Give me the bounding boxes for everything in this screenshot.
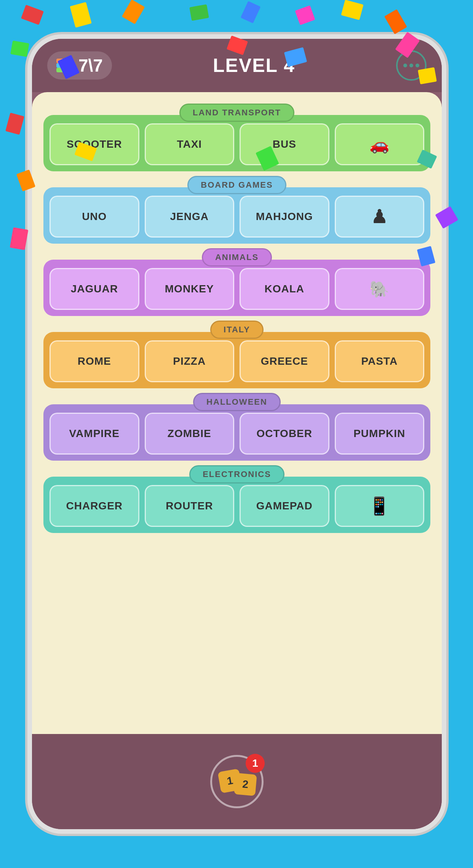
category-board-games: BOARD GAMES UNO JENGA MAHJONG ♟ (43, 176, 430, 244)
tiles-row-italy: ROME PIZZA GREECE PASTA (43, 332, 430, 388)
tile-mahjong[interactable]: MAHJONG (240, 196, 329, 238)
category-label-board-games: BOARD GAMES (187, 176, 286, 194)
category-label-italy: ITALY (210, 321, 264, 339)
tile-zombie[interactable]: ZOMBIE (145, 413, 235, 455)
tiles-row-board-games: UNO JENGA MAHJONG ♟ (43, 187, 430, 244)
tile-pumpkin[interactable]: PUMPKIN (335, 413, 425, 455)
dot-2 (409, 64, 413, 67)
tile-monkey[interactable]: MONKEY (145, 268, 235, 310)
category-land-transport: LAND TRANSPORT SCOOTER TAXI BUS 🚗 (43, 104, 430, 171)
bottom-area: 1 1 2 (32, 734, 442, 829)
tile-router[interactable]: ROUTER (145, 485, 235, 527)
category-label-land-transport: LAND TRANSPORT (179, 104, 294, 122)
category-label-electronics: ELECTRONICS (189, 465, 284, 483)
tile-bus[interactable]: BUS (240, 123, 329, 165)
tile-gamepad[interactable]: GAMEPAD (240, 485, 329, 527)
category-electronics: ELECTRONICS CHARGER ROUTER GAMEPAD 📱 (43, 465, 430, 533)
puzzle-tile-1: 1 (217, 769, 242, 793)
notification-button[interactable]: 1 1 2 (210, 755, 264, 808)
tile-charger[interactable]: CHARGER (50, 485, 139, 527)
score-display: 7\7 (78, 55, 103, 76)
notification-badge: 1 (246, 754, 265, 773)
game-board: LAND TRANSPORT SCOOTER TAXI BUS 🚗 BOARD … (32, 92, 442, 734)
tile-jenga[interactable]: JENGA (145, 196, 235, 238)
category-label-halloween: HALLOWEEN (193, 393, 281, 411)
tile-chess-icon[interactable]: ♟ (335, 196, 425, 238)
tile-uno[interactable]: UNO (50, 196, 139, 238)
dot-3 (415, 64, 419, 67)
puzzle-tiles: 1 2 (216, 771, 258, 792)
level-title: LEVEL 4 (213, 54, 295, 77)
tile-pizza[interactable]: PIZZA (145, 340, 235, 382)
tile-rome[interactable]: ROME (50, 340, 139, 382)
tile-scooter[interactable]: SCOOTER (50, 123, 139, 165)
tiles-row-land-transport: SCOOTER TAXI BUS 🚗 (43, 115, 430, 171)
tile-koala[interactable]: KOALA (240, 268, 329, 310)
tile-phone-icon[interactable]: 📱 (335, 485, 425, 527)
score-badge: 7\7 (47, 51, 112, 80)
dot-1 (403, 64, 407, 67)
category-animals: ANIMALS JAGUAR MONKEY KOALA 🐘 (43, 248, 430, 316)
category-halloween: HALLOWEEN VAMPIRE ZOMBIE OCTOBER PUMPKIN (43, 393, 430, 461)
category-italy: ITALY ROME PIZZA GREECE PASTA (43, 321, 430, 388)
tile-pasta[interactable]: PASTA (335, 340, 425, 382)
tiles-row-halloween: VAMPIRE ZOMBIE OCTOBER PUMPKIN (43, 404, 430, 461)
tiles-row-animals: JAGUAR MONKEY KOALA 🐘 (43, 260, 430, 316)
tile-elephant-icon[interactable]: 🐘 (335, 268, 425, 310)
tile-car-icon[interactable]: 🚗 (335, 123, 425, 165)
tile-october[interactable]: OCTOBER (240, 413, 329, 455)
tile-taxi[interactable]: TAXI (145, 123, 235, 165)
tiles-row-electronics: CHARGER ROUTER GAMEPAD 📱 (43, 477, 430, 533)
category-label-animals: ANIMALS (202, 248, 272, 266)
tile-vampire[interactable]: VAMPIRE (50, 413, 139, 455)
tile-greece[interactable]: GREECE (240, 340, 329, 382)
tile-jaguar[interactable]: JAGUAR (50, 268, 139, 310)
menu-dots (403, 64, 419, 67)
